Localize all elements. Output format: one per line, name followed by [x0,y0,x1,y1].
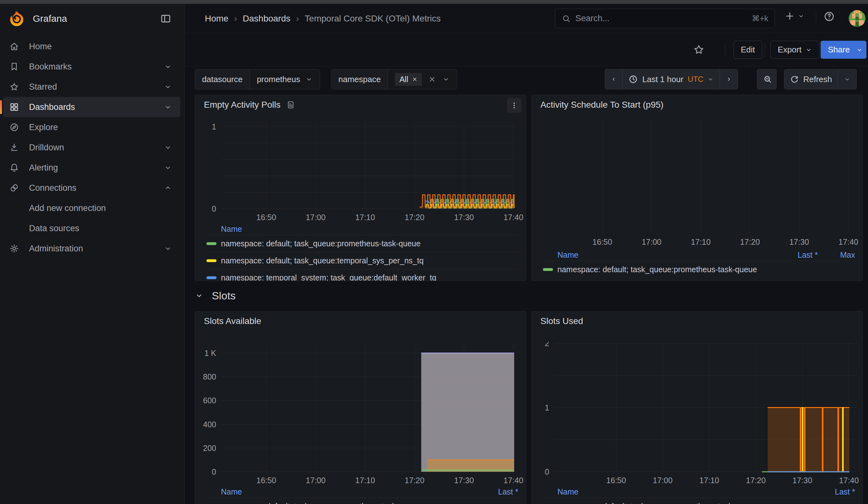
divider [765,43,765,57]
x-axis-label: 16:50 [606,476,626,485]
sidebar-item-home[interactable]: Home [0,36,180,56]
panel-empty-activity-polls: Empty Activity Polls 16:5017:0017:1017:2… [195,95,526,281]
namespace-tag-all[interactable]: All [395,73,422,86]
chevron-down-icon[interactable] [164,83,172,91]
chevron-down-icon[interactable] [164,63,172,71]
chevron-down-icon[interactable] [442,75,450,83]
sidebar-item-connections[interactable]: Connections [0,178,180,198]
time-range-picker[interactable]: Last 1 hour UTC [623,70,720,89]
timezone-label: UTC [688,75,703,84]
x-axis-label: 17:30 [789,237,809,246]
user-avatar[interactable] [849,10,866,27]
help-button[interactable] [824,11,835,22]
chevron-down-icon[interactable] [164,103,172,111]
y-axis-label: 800 [203,372,216,381]
grafana-logo[interactable] [8,10,26,28]
panel-title-bar[interactable]: Empty Activity Polls [195,95,526,115]
time-shift-forward-button[interactable] [720,70,738,89]
sidebar-item-add-new-connection[interactable]: Add new connection [0,198,180,218]
zoom-out-button[interactable] [757,70,776,89]
chevron-down-icon[interactable] [164,164,172,172]
panel-title-bar[interactable]: Slots Available [195,311,526,331]
sidebar-item-alerting[interactable]: Alerting [0,157,180,178]
chevron-down-icon [707,76,714,83]
sidebar-item-label: Data sources [29,224,79,233]
sidebar-toggle-icon[interactable] [160,13,172,24]
panel-title-bar[interactable]: Activity Schedule To Start (p95) [531,95,862,115]
dashboards-icon [9,102,19,112]
namespace-filter-value[interactable]: All [388,70,457,89]
legend-column-header[interactable]: Last * [471,487,518,496]
legend-column-header[interactable]: Max [818,250,855,260]
y-axis-label: 1 [212,122,216,131]
x-axis-label: 17:20 [746,476,766,485]
divider [816,13,816,25]
breadcrumb-dashboards[interactable]: Dashboards [243,13,290,24]
time-series-chart[interactable]: 16:5017:0017:1017:2017:3017:40012 [531,342,862,488]
datasource-filter-label: datasource [195,70,250,89]
panel-legend: Namenamespace: default; task_queue:prome… [206,223,518,281]
connections-icon [9,183,19,193]
chevron-down-icon [305,75,313,83]
sidebar-item-starred[interactable]: Starred [0,77,180,97]
panel-title-bar[interactable]: Slots Used [531,311,862,331]
sidebar-item-bookmarks[interactable]: Bookmarks [0,56,180,77]
clear-icon[interactable] [428,75,436,83]
add-new-button[interactable] [784,11,805,21]
panel-description-icon[interactable] [286,101,295,109]
chevron-up-icon[interactable] [164,184,172,192]
remove-tag-icon[interactable] [412,76,417,82]
legend-column-header[interactable]: Name [543,250,771,260]
favorite-star-button[interactable] [693,44,704,55]
avatar-image [849,10,866,27]
legend-item[interactable]: namespace: default; task_queue:prometheu… [206,498,518,504]
legend-item[interactable]: namespace: default; task_queue:prometheu… [206,235,518,252]
breadcrumb-home[interactable]: Home [205,13,228,24]
section-row-slots[interactable]: Slots [195,286,236,305]
chevron-down-icon[interactable] [164,245,172,253]
sidebar-item-data-sources[interactable]: Data sources [0,218,180,238]
datasource-filter-value[interactable]: prometheus [250,70,320,89]
time-shift-back-button[interactable] [605,70,623,89]
panel-slots-available: Slots Available 16:5017:0017:1017:2017:3… [195,311,526,504]
legend-item[interactable]: namespace: temporal_system; task_queue:d… [206,269,518,281]
sidebar-item-label: Bookmarks [29,62,72,72]
chevron-down-icon [844,76,851,83]
x-axis-label: 16:50 [256,476,276,485]
time-series-chart[interactable]: 16:5017:0017:1017:2017:3017:40 [531,120,862,250]
sidebar-item-administration[interactable]: Administration [0,238,180,259]
time-series-chart[interactable]: 16:5017:0017:1017:2017:3017:4001 [195,120,526,223]
sidebar-item-explore[interactable]: Explore [0,117,180,137]
divider [725,43,725,57]
share-button[interactable]: Share [821,41,857,59]
refresh-icon [790,75,799,84]
sidebar-item-drilldown[interactable]: Drilldown [0,137,180,157]
sidebar-item-dashboards[interactable]: Dashboards [3,97,180,117]
legend-item[interactable]: namespace: default; task_queue:prometheu… [543,261,855,278]
legend-column-header[interactable]: Last * [808,487,855,496]
time-series-chart[interactable]: 16:5017:0017:1017:2017:3017:400200400600… [195,342,526,488]
drilldown-icon [9,143,19,152]
series-color-pill [206,259,217,262]
legend-column-header[interactable]: Name [206,487,471,496]
panel-menu-button[interactable] [507,98,521,113]
legend-column-header[interactable]: Name [206,225,518,234]
share-dropdown-button[interactable] [852,41,866,59]
legend-column-header[interactable]: Last * [771,250,818,260]
y-axis-label: 1 K [204,349,216,358]
legend-column-header[interactable]: Name [543,487,808,496]
export-button[interactable]: Export [771,41,819,59]
edit-button[interactable]: Edit [734,41,762,59]
sidebar-item-label: Add new connection [29,203,106,213]
datasource-filter: datasource prometheus [195,69,320,89]
legend-item[interactable]: namespace: default; task_queue:temporal_… [206,252,518,269]
refresh-interval-dropdown[interactable] [838,70,856,89]
refresh-button[interactable]: Refresh [784,70,838,89]
search-input[interactable]: Search... ⌘+k [555,9,775,28]
search-shortcut: ⌘+k [752,14,768,23]
legend-item[interactable]: namespace: default; task_queue:prometheu… [543,498,855,504]
panel-activity-schedule-to-start: Activity Schedule To Start (p95) 16:5017… [531,95,863,281]
chevron-down-icon[interactable] [164,143,172,152]
y-axis-label: 1 [545,403,549,412]
x-axis-label: 17:20 [405,476,425,485]
